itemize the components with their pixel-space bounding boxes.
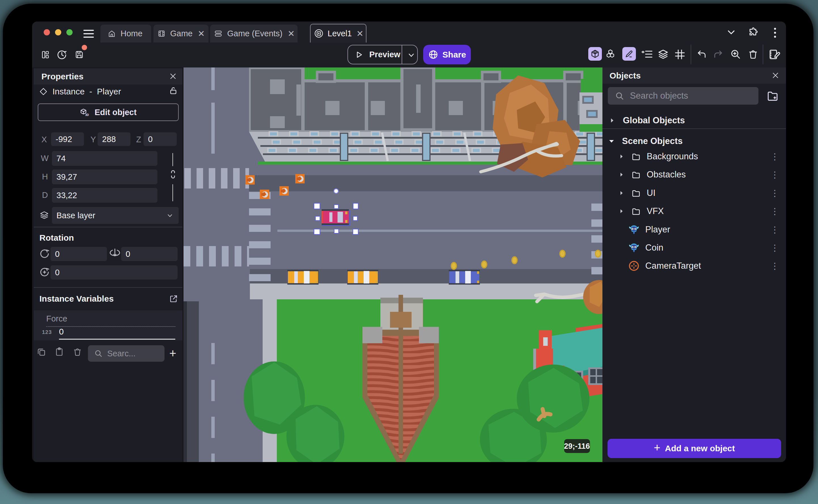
svg-text:3D: 3D (85, 113, 89, 117)
svg-text:29;-116: 29;-116 (564, 442, 590, 450)
